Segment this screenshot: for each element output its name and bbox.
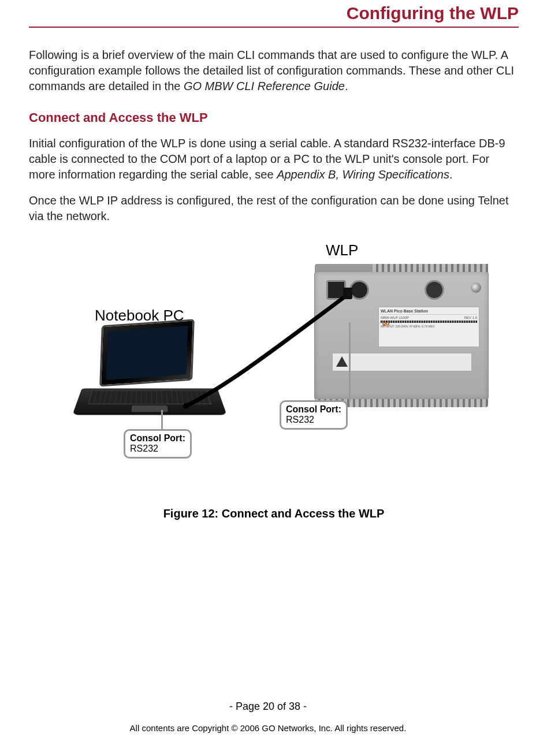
wlp-port-icon [425,280,444,300]
wlp-notice-plate [332,353,472,371]
callout-title: Consol Port: [130,433,185,443]
intro-text-b: . [345,80,348,92]
wlp-label: WLP [326,241,358,259]
figure-caption: Figure 12: Connect and Access the WLP [29,507,519,520]
warning-icon [336,356,348,367]
connect-paragraph-1: Initial configuration of the WLP is done… [29,136,519,183]
figure-diagram: WLP Notebook PC WLAN Pico Base Station M… [37,241,511,484]
page-title: Configuring the WLP [29,3,519,28]
section-heading: Connect and Access the WLP [29,110,519,125]
callout-value: RS232 [286,415,314,424]
device-rev: REV 1.0 [464,316,477,319]
intro-reference: GO MBW CLI Reference Guide [184,80,345,92]
intro-paragraph: Following is a brief overview of the mai… [29,47,519,94]
go-logo: go [382,320,389,326]
screw-icon [471,282,481,293]
laptop-base [72,388,227,415]
wlp-port-callout: Consol Port: RS232 [280,400,348,430]
callout-connector-line [161,410,163,430]
callout-value: RS232 [130,444,158,453]
wlp-device-label: WLAN Pico Base Station MBW-WLP-1100P REV… [378,307,479,347]
wlp-port-icon [326,280,346,300]
laptop-illustration [60,322,233,432]
callout-title: Consol Port: [286,404,341,414]
copyright-text: All contents are Copyright © 2006 GO Net… [0,723,536,733]
connect-text-b: . [449,168,453,181]
page-footer: - Page 20 of 38 - All contents are Copyr… [0,701,536,733]
device-label-head: WLAN Pico Base Station [381,309,477,315]
callout-connector-line [349,322,351,402]
page-number: - Page 20 of 38 - [0,701,536,713]
device-model: MBW-WLP-1100P [381,316,409,319]
appendix-reference: Appendix B, Wiring Specifications [277,168,449,181]
connect-paragraph-2: Once the WLP IP address is configured, t… [29,193,519,224]
laptop-screen [99,319,195,387]
wlp-device-illustration: WLAN Pico Base Station MBW-WLP-1100P REV… [314,271,489,400]
wlp-port-icon [349,280,369,300]
laptop-port-callout: Consol Port: RS232 [124,429,192,459]
